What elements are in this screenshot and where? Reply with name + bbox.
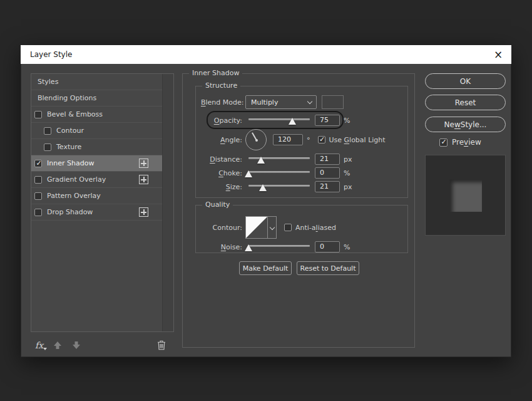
effect-preview-thumbnail <box>425 155 506 236</box>
noise-label: Noise: <box>201 243 242 251</box>
inner-shadow-group: Inner Shadow Structure Blend Mode: Multi… <box>182 73 415 348</box>
add-inner-shadow-icon[interactable] <box>139 159 148 168</box>
inner-shadow-checkbox[interactable] <box>34 160 42 167</box>
dialog-title: Layer Style <box>30 50 72 59</box>
use-global-light-label: Use Global Light <box>329 136 386 144</box>
effects-list-scrollbar[interactable] <box>162 74 173 331</box>
sidebar-item-drop-shadow[interactable]: Drop Shadow <box>31 204 162 221</box>
size-unit: px <box>344 183 352 191</box>
preview-checkbox[interactable] <box>439 138 448 147</box>
dialog-titlebar[interactable]: Layer Style × <box>21 45 511 64</box>
sidebar-footer: fx <box>31 337 174 353</box>
distance-slider[interactable] <box>248 154 310 164</box>
contour-label: Contour: <box>201 224 242 232</box>
sidebar-item-pattern-overlay[interactable]: Pattern Overlay <box>31 188 162 204</box>
shadow-color-swatch[interactable] <box>322 95 344 109</box>
bevel-emboss-checkbox[interactable] <box>34 111 42 118</box>
opacity-slider[interactable] <box>248 115 310 125</box>
sidebar-item-gradient-overlay[interactable]: Gradient Overlay <box>31 172 162 188</box>
sidebar-item-inner-shadow[interactable]: Inner Shadow <box>31 155 162 172</box>
distance-slider-thumb[interactable] <box>257 157 265 164</box>
new-style-button[interactable]: New Style... <box>425 117 506 132</box>
blend-mode-label: Blend Mode: <box>201 98 242 107</box>
preview-toggle[interactable]: Preview <box>439 138 481 147</box>
choke-input[interactable]: 0 <box>315 167 340 179</box>
noise-slider-thumb[interactable] <box>245 244 252 251</box>
structure-group-title: Structure <box>202 81 240 90</box>
dialog-body: Styles Blending Options Bevel & Emboss C… <box>21 64 511 357</box>
sidebar-item-blending-options[interactable]: Blending Options <box>31 90 162 107</box>
gradient-overlay-checkbox[interactable] <box>34 176 42 184</box>
effect-preview-inner-square <box>449 179 482 212</box>
sidebar-item-label: Inner Shadow <box>47 159 94 167</box>
angle-input[interactable]: 120 <box>273 134 303 145</box>
opacity-input[interactable]: 75 <box>315 115 340 126</box>
anti-aliased-group[interactable]: Anti-aliased <box>284 224 336 232</box>
blend-mode-value: Multiply <box>251 98 278 107</box>
styles-sidebar: Styles Blending Options Bevel & Emboss C… <box>31 73 174 351</box>
opacity-unit: % <box>344 117 350 125</box>
reset-button[interactable]: Reset <box>425 95 506 110</box>
texture-checkbox[interactable] <box>44 143 51 151</box>
blend-mode-select[interactable]: Multiply <box>245 95 317 109</box>
contour-picker[interactable] <box>245 216 277 239</box>
distance-row: Distance: 21 px <box>201 153 405 165</box>
move-effect-up-icon[interactable] <box>53 341 62 350</box>
choke-label: Choke: <box>201 169 242 177</box>
angle-dial[interactable] <box>245 129 267 150</box>
size-input[interactable]: 21 <box>315 181 340 192</box>
opacity-label: Opacity: <box>201 117 242 125</box>
anti-aliased-label: Anti-aliased <box>295 224 336 232</box>
preview-label: Preview <box>452 138 481 147</box>
close-icon[interactable]: × <box>490 45 506 64</box>
sidebar-item-texture[interactable]: Texture <box>31 139 162 155</box>
use-global-light-checkbox[interactable] <box>318 136 325 143</box>
sidebar-item-contour[interactable]: Contour <box>31 123 162 139</box>
sidebar-item-styles[interactable]: Styles <box>31 74 162 90</box>
fx-menu-button[interactable]: fx <box>35 340 43 350</box>
quality-group-title: Quality <box>202 200 233 209</box>
make-default-button[interactable]: Make Default <box>239 261 292 275</box>
opacity-row: Opacity: 75 % <box>201 113 405 127</box>
delete-effect-icon[interactable] <box>157 340 166 350</box>
move-effect-down-icon[interactable] <box>72 341 81 350</box>
contour-row: Contour: Anti-aliased <box>201 216 405 239</box>
noise-input[interactable]: 0 <box>315 241 340 253</box>
sidebar-item-label: Texture <box>56 143 81 151</box>
sidebar-item-label: Bevel & Emboss <box>47 110 103 118</box>
opacity-slider-thumb[interactable] <box>289 118 296 125</box>
use-global-light-group[interactable]: Use Global Light <box>318 136 386 144</box>
distance-label: Distance: <box>201 155 242 164</box>
add-drop-shadow-icon[interactable] <box>139 207 148 217</box>
layer-style-dialog: Layer Style × Styles Blending Options Be… <box>21 45 511 357</box>
angle-row: Angle: 120 ° Use Global Light <box>201 128 405 152</box>
blend-mode-row: Blend Mode: Multiply <box>201 95 405 109</box>
reset-to-default-button[interactable]: Reset to Default <box>297 261 359 275</box>
structure-group: Structure Blend Mode: Multiply Opacity: <box>195 86 408 198</box>
drop-shadow-checkbox[interactable] <box>34 209 42 216</box>
pattern-overlay-checkbox[interactable] <box>34 192 42 200</box>
ok-button[interactable]: OK <box>425 73 506 89</box>
effects-list-empty-area <box>31 221 162 331</box>
noise-slider-track <box>248 245 310 247</box>
sidebar-item-label: Drop Shadow <box>47 208 93 216</box>
size-row: Size: 21 px <box>201 180 405 193</box>
noise-unit: % <box>344 243 350 251</box>
chevron-down-icon <box>270 225 275 230</box>
sidebar-item-bevel-emboss[interactable]: Bevel & Emboss <box>31 107 162 123</box>
contour-dropdown-button[interactable] <box>267 217 276 238</box>
noise-slider[interactable] <box>248 242 310 252</box>
opacity-slider-track <box>248 118 310 120</box>
choke-slider[interactable] <box>248 168 310 178</box>
add-gradient-overlay-icon[interactable] <box>139 175 148 184</box>
size-slider-track <box>248 185 310 187</box>
choke-slider-thumb[interactable] <box>245 170 252 177</box>
sidebar-item-label: Pattern Overlay <box>47 192 101 200</box>
size-slider[interactable] <box>248 182 310 192</box>
contour-curve-shape <box>246 217 267 238</box>
size-slider-thumb[interactable] <box>259 184 267 191</box>
contour-thumbnail[interactable] <box>246 217 267 238</box>
anti-aliased-checkbox[interactable] <box>284 224 292 231</box>
contour-checkbox[interactable] <box>44 127 51 135</box>
distance-input[interactable]: 21 <box>315 154 340 165</box>
